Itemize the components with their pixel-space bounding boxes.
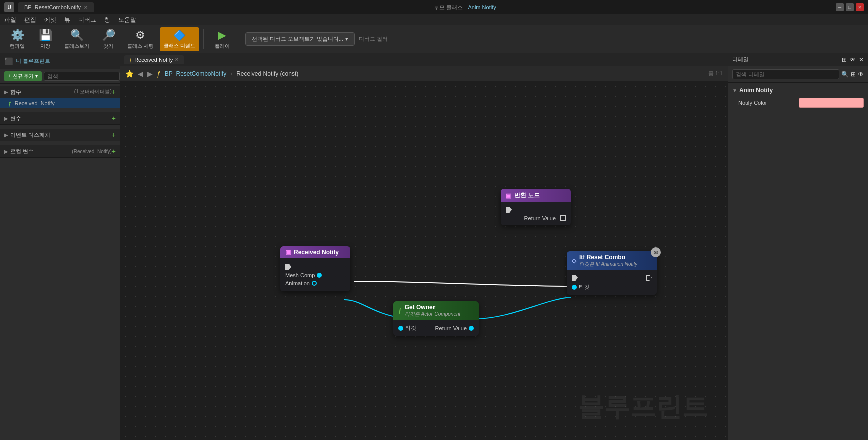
add-function-icon[interactable]: + xyxy=(112,88,116,96)
local-variables-section: ▶ 로컬 변수 (Received_Notify) + xyxy=(0,143,120,160)
event-dispatchers-label: 이벤트 디스패처 xyxy=(10,131,112,139)
node-return[interactable]: ▣ 반환 노드 Return Value xyxy=(501,189,571,225)
menu-item-help[interactable]: 도움말 xyxy=(118,16,136,24)
canvas-breadcrumb: ⭐ ◀ ▶ ƒ BP_ResetComboNotify › Received N… xyxy=(120,66,728,81)
itf-node-subtitle: 타깃은 Itf Animation Notify xyxy=(579,261,637,268)
itf-exec-row xyxy=(572,273,652,282)
menu-item-asset[interactable]: 에셋 xyxy=(44,16,56,24)
mesh-comp-label: Mesh Comp xyxy=(285,272,315,278)
node-icon: ▣ xyxy=(285,249,291,256)
add-local-variable-icon[interactable]: + xyxy=(112,147,116,155)
mesh-comp-pin[interactable] xyxy=(317,273,322,278)
return-value-pin[interactable] xyxy=(560,215,566,221)
rp-grid-icon[interactable]: ⊞ xyxy=(842,56,847,63)
functions-badge: (1 오버라이더블) xyxy=(74,88,112,95)
tab-close-icon-2[interactable]: ✕ xyxy=(175,57,179,62)
breadcrumb-back-button[interactable]: ⭐ xyxy=(125,70,134,78)
return-value-row: Return Value xyxy=(506,214,566,222)
breadcrumb-func-icon: ƒ xyxy=(157,70,161,78)
window-tab[interactable]: BP_ResetComboNotify ✕ xyxy=(18,2,94,12)
local-variables-header[interactable]: ▶ 로컬 변수 (Received_Notify) + xyxy=(0,145,120,158)
find-icon: 🔎 xyxy=(102,29,115,42)
itf-target-pin[interactable] xyxy=(572,285,577,290)
canvas-tab-received-notify[interactable]: ƒ Received Notify ✕ xyxy=(124,55,184,64)
node-received-notify[interactable]: ▣ Received Notify Mesh Comp Animation xyxy=(280,246,350,291)
variables-label: 변수 xyxy=(10,115,112,122)
title-bar: U BP_ResetComboNotify ✕ 부모 클래스 Anim Noti… xyxy=(0,0,868,14)
function-item-received-notify[interactable]: ƒ Received_Notify xyxy=(0,98,120,108)
breadcrumb-bp-link[interactable]: BP_ResetComboNotify xyxy=(165,70,226,77)
compile-button[interactable]: ⚙️ 컴파일 xyxy=(4,27,30,52)
get-owner-target-pin[interactable] xyxy=(398,326,403,331)
arrow-icon: ▶ xyxy=(4,89,8,95)
add-event-dispatcher-icon[interactable]: + xyxy=(112,131,116,139)
canvas-area: ƒ Received Notify ✕ ⭐ ◀ ▶ ƒ BP_ResetComb… xyxy=(120,53,728,440)
menu-item-debug[interactable]: 디버그 xyxy=(78,16,96,24)
tab-close-icon[interactable]: ✕ xyxy=(84,5,88,10)
itf-node-title: Itf Reset Combo xyxy=(579,254,637,261)
get-owner-func-icon: ƒ xyxy=(398,307,402,314)
right-panel-search: 🔍 ⊞ 👁 xyxy=(728,66,868,83)
anim-notify-section: ▼ Anim Notify Notify Color xyxy=(728,83,868,112)
return-value-label: Return Value xyxy=(524,215,556,221)
rp-close-icon[interactable]: ✕ xyxy=(859,56,864,63)
rp-search-icon: 🔍 xyxy=(841,71,849,78)
menu-item-file[interactable]: 파일 xyxy=(4,16,16,24)
itf-exec-out-pin[interactable] xyxy=(646,275,652,281)
add-variable-icon[interactable]: + xyxy=(112,114,116,122)
get-owner-target-row: 타깃 Return Value xyxy=(398,323,474,333)
toolbar-separator-2 xyxy=(241,29,241,49)
node-mesh-row: Mesh Comp xyxy=(285,271,345,279)
browse-button[interactable]: 🔍 클래스보기 xyxy=(60,27,93,52)
node-get-owner[interactable]: ƒ Get Owner 타깃은 Actor Component 타깃 Retur… xyxy=(393,301,479,336)
get-owner-subtitle: 타깃은 Actor Component xyxy=(405,311,461,318)
rp-eye-icon-2[interactable]: 👁 xyxy=(858,71,864,78)
blueprint-icon: ⬛ xyxy=(4,57,13,65)
class-settings-button[interactable]: ⚙ 클래스 세팅 xyxy=(123,27,158,52)
notify-color-row: Notify Color xyxy=(728,96,868,110)
return-exec-in-pin[interactable] xyxy=(506,207,512,213)
notify-color-label: Notify Color xyxy=(738,100,799,106)
left-panel-header: ⬛ 내 블루프린트 xyxy=(0,53,120,69)
rp-eye-icon[interactable]: 👁 xyxy=(850,56,856,63)
variables-section-header[interactable]: ▶ 변수 + xyxy=(0,112,120,125)
event-dispatchers-header[interactable]: ▶ 이벤트 디스패처 + xyxy=(0,129,120,141)
itf-exec-in-pin[interactable] xyxy=(572,275,578,281)
win-close-button[interactable]: ✕ xyxy=(856,3,864,11)
blueprint-watermark: 블루프린트 xyxy=(578,390,708,425)
win-maximize-button[interactable]: □ xyxy=(846,3,854,11)
parent-class-value: Anim Notify xyxy=(468,4,496,10)
rp-grid-icon-2[interactable]: ⊞ xyxy=(851,71,856,78)
itf-target-row: 타깃 xyxy=(572,282,652,292)
breadcrumb-next-button[interactable]: ▶ xyxy=(147,70,153,78)
find-button[interactable]: 🔎 찾기 xyxy=(95,27,121,52)
search-input[interactable] xyxy=(44,72,120,81)
parent-class-label: 부모 클래스 xyxy=(433,4,463,11)
exec-out-pin[interactable] xyxy=(285,264,291,270)
class-defaults-button[interactable]: 🔷 클래스 디셜트 xyxy=(160,27,199,51)
breadcrumb-prev-button[interactable]: ◀ xyxy=(138,70,143,78)
detail-search-input[interactable] xyxy=(732,69,839,79)
win-minimize-button[interactable]: ─ xyxy=(836,3,844,11)
blueprint-canvas[interactable]: ▣ Received Notify Mesh Comp Animation xyxy=(120,81,728,440)
menu-item-window[interactable]: 창 xyxy=(104,16,110,24)
get-owner-return-pin[interactable] xyxy=(469,326,474,331)
function-label: Received_Notify xyxy=(15,100,55,106)
return-node-icon: ▣ xyxy=(506,192,511,199)
animation-pin[interactable] xyxy=(312,281,317,286)
menu-item-edit[interactable]: 편집 xyxy=(24,16,36,24)
add-new-button[interactable]: + 신규 추가 ▾ xyxy=(4,71,42,81)
itf-target-label: 타깃 xyxy=(579,283,590,291)
notify-color-value[interactable] xyxy=(799,98,864,108)
functions-section-header[interactable]: ▶ 함수 (1 오버라이더블) + xyxy=(0,86,120,98)
save-button[interactable]: 💾 저장 xyxy=(32,27,58,52)
local-variables-badge: (Received_Notify) xyxy=(72,149,111,154)
zoom-label: 줌 1:1 xyxy=(708,70,723,77)
anim-notify-header[interactable]: ▼ Anim Notify xyxy=(728,85,868,96)
node-itf-reset[interactable]: ✉ ◇ Itf Reset Combo 타깃은 Itf Animation No… xyxy=(567,251,657,295)
menu-item-view[interactable]: 뷰 xyxy=(64,16,70,24)
debug-filter-button[interactable]: 선택된 디버그 오브젝트가 없습니다... ▾ xyxy=(245,32,355,46)
compile-icon: ⚙️ xyxy=(11,29,24,42)
play-button[interactable]: ▶ 플레이 xyxy=(208,27,237,52)
node-exec-row xyxy=(285,262,345,271)
